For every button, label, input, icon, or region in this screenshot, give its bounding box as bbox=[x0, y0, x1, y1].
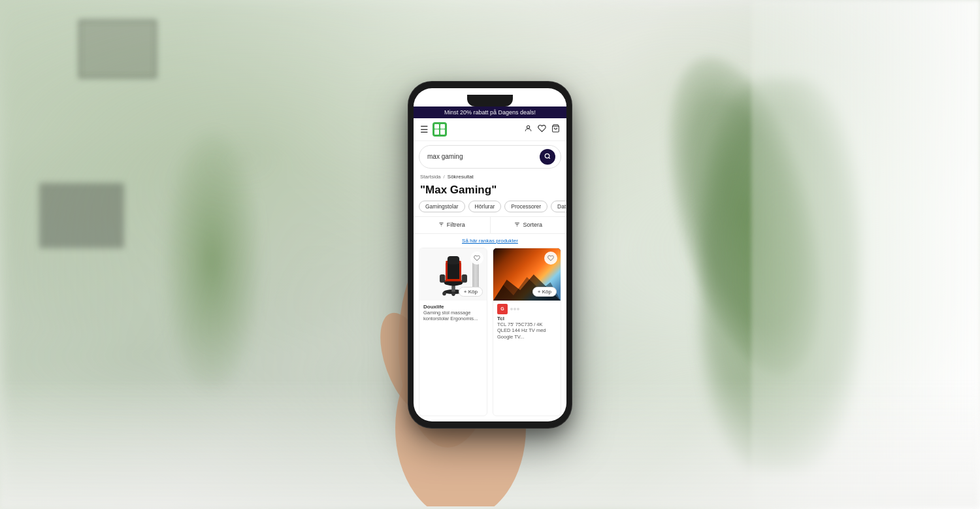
wishlist-heart-icon[interactable] bbox=[538, 124, 546, 135]
product-desc-1: Gaming stol massage kontorstolar Ergonom… bbox=[423, 310, 483, 323]
logo-cell-2 bbox=[440, 124, 445, 129]
logo-cell-1 bbox=[434, 124, 439, 129]
header-left: ☰ bbox=[420, 122, 447, 137]
promo-banner: Minst 20% rabatt på Dagens deals! bbox=[414, 107, 566, 118]
header-right bbox=[524, 124, 560, 135]
brand-dots bbox=[510, 308, 519, 310]
svg-rect-28 bbox=[446, 263, 448, 279]
wishlist-button-1[interactable] bbox=[470, 252, 483, 265]
svg-point-7 bbox=[527, 125, 529, 128]
bg-monitor bbox=[39, 183, 124, 248]
sort-icon bbox=[514, 222, 520, 229]
svg-rect-27 bbox=[446, 279, 461, 282]
phone-notch bbox=[467, 95, 513, 107]
svg-rect-31 bbox=[440, 274, 445, 283]
ranking-link[interactable]: Så här rankas produkter bbox=[462, 238, 518, 244]
search-bar[interactable]: max gaming bbox=[419, 145, 561, 169]
buy-button-2[interactable]: + Köp bbox=[532, 287, 557, 297]
product-brand-1: Douxlife bbox=[423, 304, 483, 310]
svg-line-10 bbox=[549, 157, 550, 158]
app-header: ☰ bbox=[414, 118, 566, 141]
bg-plant-3 bbox=[163, 131, 261, 392]
phone-screen: Minst 20% rabatt på Dagens deals! ☰ bbox=[414, 88, 566, 421]
product-card-2[interactable]: + Köp G bbox=[493, 248, 561, 416]
wishlist-button-2[interactable] bbox=[544, 252, 557, 265]
svg-point-18 bbox=[442, 291, 446, 295]
category-chip-gamingstolar[interactable]: Gamingstolar bbox=[419, 201, 465, 212]
product-desc-2: TCL 75' 75C735 / 4K QLED 144 Hz TV med G… bbox=[497, 321, 557, 340]
product-image-2: + Köp bbox=[493, 248, 561, 301]
cart-bag-icon[interactable] bbox=[551, 124, 560, 135]
product-info-1: Douxlife Gaming stol massage kontorstola… bbox=[419, 301, 487, 326]
cdon-logo[interactable] bbox=[433, 122, 447, 137]
hamburger-menu-icon[interactable]: ☰ bbox=[420, 124, 429, 135]
category-chips-container: Gamingstolar Hörlurar Processorer Dat bbox=[414, 201, 566, 216]
search-result-title: "Max Gaming" bbox=[414, 181, 566, 201]
products-grid: + Köp Douxlife Gaming stol massage konto… bbox=[414, 248, 566, 421]
product-brand-2: Tcl bbox=[497, 316, 557, 321]
ranking-info-text: Så här rankas produkter bbox=[414, 234, 566, 248]
buy-button-1[interactable]: + Köp bbox=[459, 287, 483, 297]
breadcrumb: Startsida / Sökresultat bbox=[414, 172, 566, 181]
brand-dot-3 bbox=[517, 308, 519, 310]
svg-rect-29 bbox=[459, 263, 461, 279]
filter-label: Filtrera bbox=[447, 222, 465, 228]
filter-sort-bar: Filtrera Sortera bbox=[414, 216, 566, 234]
phone: Minst 20% rabatt på Dagens deals! ☰ bbox=[408, 82, 572, 428]
search-query-text: max gaming bbox=[427, 153, 540, 160]
brand-dot-1 bbox=[510, 308, 513, 310]
breadcrumb-home[interactable]: Startsida bbox=[420, 174, 441, 180]
brand-row-2: G bbox=[497, 304, 557, 314]
logo-cell-4 bbox=[440, 129, 445, 134]
brand-badge-g: G bbox=[497, 304, 508, 314]
brand-dot-2 bbox=[514, 308, 516, 310]
product-image-1: + Köp bbox=[419, 248, 487, 301]
sort-label: Sortera bbox=[523, 222, 542, 228]
product-card-1[interactable]: + Köp Douxlife Gaming stol massage konto… bbox=[419, 248, 487, 416]
promo-banner-text: Minst 20% rabatt på Dagens deals! bbox=[444, 109, 536, 116]
buy-button-2-label: + Köp bbox=[538, 289, 551, 295]
svg-rect-32 bbox=[461, 274, 466, 283]
bg-framed-picture bbox=[78, 20, 157, 78]
category-chip-horlurar[interactable]: Hörlurar bbox=[468, 201, 502, 212]
svg-point-19 bbox=[451, 292, 455, 296]
user-account-icon[interactable] bbox=[524, 124, 532, 135]
svg-point-9 bbox=[545, 154, 549, 158]
category-chip-processorer[interactable]: Processorer bbox=[504, 201, 547, 212]
logo-cell-3 bbox=[434, 129, 439, 134]
search-magnifier-icon bbox=[544, 153, 551, 161]
category-chip-dat[interactable]: Dat bbox=[551, 201, 566, 212]
breadcrumb-separator: / bbox=[444, 174, 445, 180]
product-info-2: G Tcl TCL 75' 75C735 / 4K QLED 144 Hz TV… bbox=[493, 301, 561, 344]
svg-rect-30 bbox=[447, 256, 459, 265]
search-submit-button[interactable] bbox=[540, 149, 555, 165]
filter-button[interactable]: Filtrera bbox=[414, 217, 491, 233]
scroll-content: Startsida / Sökresultat "Max Gaming" Gam… bbox=[414, 172, 566, 421]
filter-icon bbox=[438, 222, 444, 229]
buy-button-1-label: + Köp bbox=[464, 289, 478, 295]
breadcrumb-current: Sökresultat bbox=[448, 174, 474, 180]
sort-button[interactable]: Sortera bbox=[491, 217, 567, 233]
